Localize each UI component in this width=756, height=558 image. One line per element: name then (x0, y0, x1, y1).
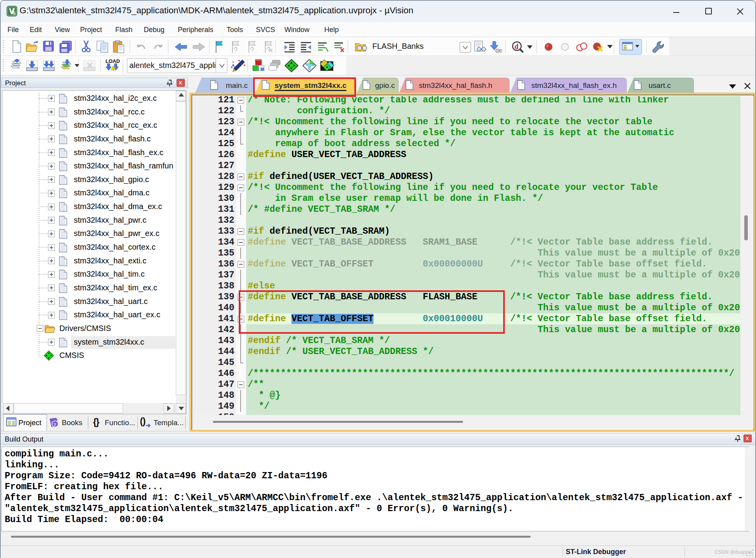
svg-text:5: 5 (13, 11, 16, 16)
svg-text:?: ? (54, 422, 56, 427)
svg-text:LOAD: LOAD (105, 58, 120, 64)
svg-text:d: d (515, 43, 518, 50)
